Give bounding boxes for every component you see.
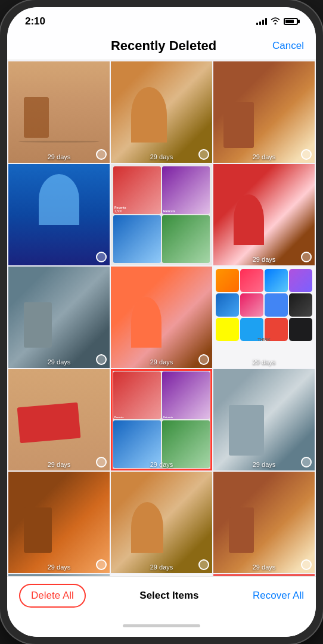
select-circle	[96, 457, 107, 467]
status-bar: 2:10	[7, 7, 316, 33]
cancel-button[interactable]: Cancel	[272, 40, 304, 52]
screen: 2:10	[7, 7, 316, 637]
photo-days-label: 29 days	[111, 564, 212, 571]
photo-cell[interactable]: 29 days	[213, 472, 315, 573]
photo-cell[interactable]: 29 days	[8, 574, 110, 576]
home-indicator	[7, 620, 316, 637]
photo-cell[interactable]: 29 days	[111, 472, 212, 573]
photo-grid: 29 days 29 days 29 day	[7, 60, 316, 576]
wifi-icon	[271, 17, 280, 26]
select-circle	[198, 149, 209, 160]
photo-days-label: 29 days	[111, 153, 212, 160]
photo-cell[interactable]	[8, 164, 110, 265]
photo-days-label: 29 days	[8, 358, 110, 366]
home-bar	[123, 624, 200, 627]
signal-icon	[256, 18, 267, 25]
nav-bar: Recently Deleted Cancel	[7, 33, 316, 60]
photo-days-label: 29 days	[8, 461, 110, 468]
select-circle	[301, 457, 312, 467]
photo-days-label: 29 days	[213, 358, 315, 366]
select-circle	[301, 559, 312, 570]
select-circle	[198, 559, 209, 570]
phone-inner: 2:10	[7, 7, 316, 637]
delete-all-button[interactable]: Delete All	[19, 584, 86, 608]
select-circle	[301, 252, 312, 262]
photo-days-label: 29 days	[213, 564, 315, 571]
select-items-button[interactable]: Select Items	[139, 590, 198, 602]
photo-cell[interactable]: 29 days	[8, 472, 110, 573]
select-circle	[96, 252, 107, 262]
select-circle	[198, 354, 209, 365]
phone-frame: 2:10	[0, 0, 323, 644]
photo-cell[interactable]: 29 days	[213, 369, 315, 470]
bottom-toolbar: Delete All Select Items Recover All	[7, 576, 316, 620]
nav-title: Recently Deleted	[111, 38, 216, 54]
photo-cell[interactable]: 29 days	[213, 61, 315, 163]
photo-cell[interactable]: 29 days	[8, 61, 110, 163]
photo-days-label: 29 days	[111, 461, 212, 468]
select-circle	[96, 149, 107, 160]
photo-days-label: 29 days	[8, 564, 110, 571]
battery-icon	[284, 18, 298, 25]
recover-all-button[interactable]: Recover All	[253, 590, 304, 602]
photo-cell[interactable]: 29 days	[213, 164, 315, 265]
select-circle	[96, 559, 107, 570]
photo-cell[interactable]: 29 days	[8, 369, 110, 470]
photo-grid-container: 29 days 29 days 29 day	[7, 60, 316, 576]
photo-days-label: 29 days	[111, 358, 212, 366]
photo-cell-highlighted[interactable]: Recents Haircuts 29 days	[111, 369, 212, 470]
photo-cell[interactable]: 29 days	[111, 61, 212, 163]
photo-cell-album[interactable]: Recents1,500 Haircuts	[111, 164, 212, 265]
photo-days-label: 29 days	[213, 153, 315, 160]
select-circle	[96, 354, 107, 365]
photo-cell[interactable]: 29 days	[213, 574, 315, 576]
photo-days-label: 29 days	[213, 461, 315, 468]
status-icons	[256, 17, 298, 26]
photo-cell-appgrid[interactable]: THINK 29 days	[213, 267, 315, 368]
photo-days-label: 29 days	[213, 256, 315, 263]
photo-days-label: 29 days	[8, 153, 110, 160]
photo-cell[interactable]: 29 days	[111, 267, 212, 368]
photo-cell-appgrid2[interactable]: THINK 29 days	[111, 574, 212, 576]
select-circle	[301, 149, 312, 160]
status-time: 2:10	[25, 16, 45, 27]
photo-cell[interactable]: 29 days	[8, 267, 110, 368]
